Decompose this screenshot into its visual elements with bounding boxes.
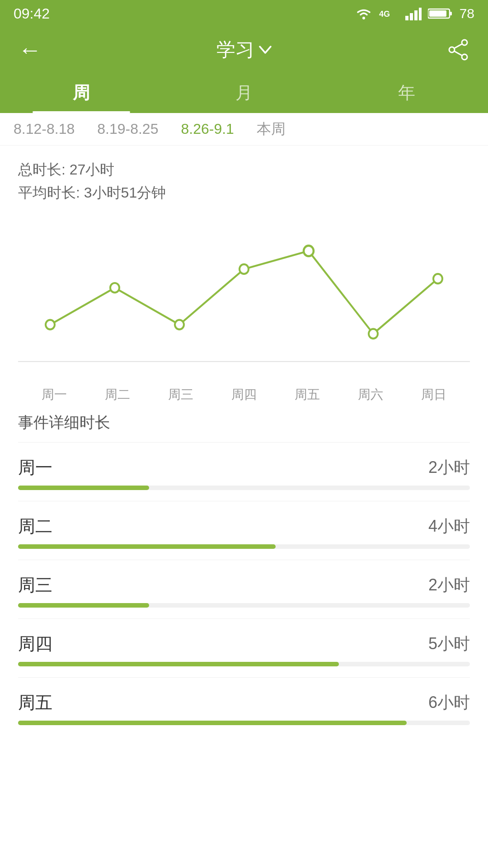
- tab-month[interactable]: 月: [163, 72, 325, 113]
- chart-label-0: 周一: [23, 386, 86, 403]
- signal-icon: 4G: [379, 7, 399, 20]
- chart-label-5: 周六: [339, 386, 402, 403]
- svg-point-0: [362, 17, 365, 19]
- svg-rect-5: [419, 8, 422, 20]
- battery-icon: [428, 7, 453, 20]
- date-range-bar: 8.12-8.18 8.19-8.25 8.26-9.1 本周: [0, 113, 488, 146]
- share-icon[interactable]: [446, 38, 470, 61]
- svg-point-16: [110, 283, 119, 292]
- svg-point-21: [433, 274, 442, 283]
- detail-bar-track-4: [18, 721, 470, 725]
- svg-line-12: [454, 44, 462, 48]
- svg-rect-7: [450, 12, 452, 15]
- svg-point-17: [175, 320, 184, 330]
- chart-label-6: 周日: [402, 386, 465, 403]
- wifi-icon: [355, 7, 373, 20]
- stats-summary: 总时长: 27小时 平均时长: 3小时51分钟: [0, 146, 488, 209]
- nav-title-area: 学习: [216, 37, 272, 62]
- detail-day-3: 周四: [18, 632, 52, 656]
- detail-value-0: 2小时: [428, 457, 470, 479]
- svg-point-10: [449, 47, 455, 52]
- date-range-2[interactable]: 8.26-9.1: [176, 121, 238, 137]
- svg-point-18: [239, 264, 249, 274]
- detail-bar-fill-3: [18, 662, 339, 666]
- tab-year[interactable]: 年: [325, 72, 488, 113]
- date-range-3[interactable]: 本周: [252, 119, 290, 139]
- svg-point-9: [462, 40, 467, 45]
- svg-text:4G: 4G: [379, 9, 390, 19]
- chart-label-1: 周二: [86, 386, 149, 403]
- svg-rect-3: [410, 13, 413, 20]
- chart-label-3: 周四: [212, 386, 276, 403]
- nav-title-text: 学习: [216, 37, 254, 62]
- detail-row-1: 周二 4小时: [18, 501, 470, 560]
- svg-point-11: [462, 54, 467, 60]
- detail-row-0: 周一 2小时: [18, 443, 470, 501]
- tab-bar: 周 月 年: [0, 72, 488, 113]
- svg-line-13: [454, 51, 462, 56]
- top-nav: ← 学习: [0, 27, 488, 72]
- detail-bar-fill-1: [18, 544, 276, 549]
- detail-bar-track-0: [18, 486, 470, 490]
- detail-bar-fill-2: [18, 603, 149, 608]
- detail-value-3: 5小时: [428, 633, 470, 655]
- total-duration: 总时长: 27小时: [18, 158, 470, 181]
- detail-section-title: 事件详细时长: [18, 412, 470, 433]
- tab-week[interactable]: 周: [0, 72, 163, 113]
- detail-bar-fill-4: [18, 721, 407, 725]
- detail-day-1: 周二: [18, 515, 52, 538]
- detail-value-2: 2小时: [428, 574, 470, 596]
- status-bar: 09:42 4G 78: [0, 0, 488, 27]
- detail-day-2: 周三: [18, 574, 52, 597]
- battery-level: 78: [460, 6, 474, 21]
- svg-point-15: [46, 320, 55, 330]
- detail-value-4: 6小时: [428, 692, 470, 714]
- detail-bar-track-1: [18, 544, 470, 549]
- chart-day-labels: 周一 周二 周三 周四 周五 周六 周日: [18, 386, 470, 403]
- dropdown-icon[interactable]: [259, 46, 272, 54]
- svg-rect-2: [405, 16, 408, 20]
- status-time: 09:42: [14, 5, 50, 22]
- detail-bar-track-3: [18, 662, 470, 666]
- date-range-0[interactable]: 8.12-8.18: [9, 121, 79, 137]
- date-range-1[interactable]: 8.19-8.25: [93, 121, 163, 137]
- svg-point-19: [304, 246, 314, 256]
- detail-bar-fill-0: [18, 486, 149, 490]
- detail-row-4: 周五 6小时: [18, 678, 470, 725]
- avg-duration: 平均时长: 3小时51分钟: [18, 181, 470, 204]
- svg-rect-8: [429, 10, 446, 17]
- status-icons: 4G 78: [355, 6, 474, 21]
- detail-bar-track-2: [18, 603, 470, 608]
- svg-point-20: [369, 329, 378, 339]
- line-chart: [18, 218, 470, 381]
- detail-row-3: 周四 5小时: [18, 619, 470, 678]
- detail-section: 事件详细时长 周一 2小时 周二 4小时 周三 2小时: [0, 399, 488, 725]
- chart-label-2: 周三: [149, 386, 212, 403]
- detail-day-0: 周一: [18, 456, 52, 479]
- back-button[interactable]: ←: [18, 36, 42, 63]
- signal-bars-icon: [405, 7, 422, 20]
- detail-value-1: 4小时: [428, 515, 470, 538]
- chart-container: 周一 周二 周三 周四 周五 周六 周日: [0, 209, 488, 399]
- chart-label-4: 周五: [276, 386, 339, 403]
- detail-row-2: 周三 2小时: [18, 560, 470, 619]
- svg-rect-4: [414, 10, 418, 20]
- detail-day-4: 周五: [18, 691, 52, 714]
